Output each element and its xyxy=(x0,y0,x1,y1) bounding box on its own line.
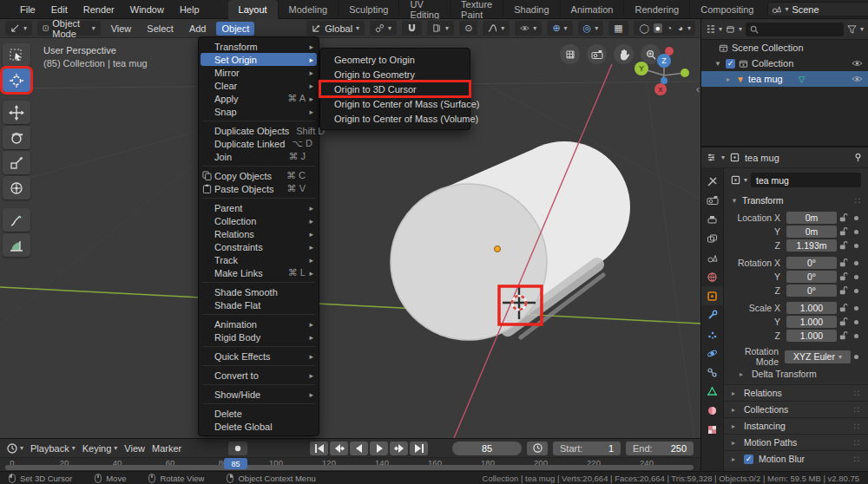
tab-layout[interactable]: Layout xyxy=(228,0,278,19)
snap-target-button[interactable]: ▾ xyxy=(427,21,454,36)
menu-item-convert-to[interactable]: Convert to▸ xyxy=(199,369,319,382)
menu-item-duplicate-objects[interactable]: Duplicate ObjectsShift D xyxy=(199,124,319,137)
menu-item-mirror[interactable]: Mirror▸ xyxy=(199,66,319,79)
shading-rendered-icon[interactable]: ◕ xyxy=(676,23,685,33)
next-keyframe-button[interactable] xyxy=(390,441,408,455)
tab-constraints[interactable] xyxy=(701,363,723,382)
submenu-item-geometry-to-origin[interactable]: Geometry to Origin xyxy=(320,52,470,67)
snap-toggle[interactable] xyxy=(402,21,422,36)
delta-transform-panel[interactable]: ▸Delta Transform xyxy=(731,369,861,379)
menu-item-set-origin[interactable]: Set Origin▸ xyxy=(201,53,317,66)
location-x-field[interactable]: 0m xyxy=(786,212,837,224)
tab-modeling[interactable]: Modeling xyxy=(278,0,339,19)
expand-arrow-icon[interactable]: ▼ xyxy=(713,60,722,68)
menu-item-animation[interactable]: Animation▸ xyxy=(199,317,319,330)
camera-view-button[interactable] xyxy=(587,44,607,64)
tool-select-box[interactable] xyxy=(3,43,30,67)
rotation-z-field[interactable]: 0° xyxy=(786,285,837,297)
pin-icon[interactable] xyxy=(853,153,863,162)
lock-icon[interactable] xyxy=(837,241,851,250)
lock-icon[interactable] xyxy=(837,272,851,281)
pivot-point-button[interactable]: ▾ xyxy=(370,21,397,36)
menu-marker[interactable]: Marker xyxy=(152,443,181,454)
menu-item-copy-objects[interactable]: Copy Objects⌘ C xyxy=(199,169,319,182)
menu-item-shade-flat[interactable]: Shade Flat xyxy=(199,298,319,311)
jump-to-start-button[interactable] xyxy=(310,441,328,455)
menu-item-delete[interactable]: Delete xyxy=(199,407,319,420)
timeline-scrollbar[interactable] xyxy=(5,465,694,470)
rotation-mode-dropdown[interactable]: XYZ Euler▾ xyxy=(785,350,851,363)
menu-item-clear[interactable]: Clear▸ xyxy=(199,79,319,92)
mode-selector[interactable]: Object Mode ▾ xyxy=(37,21,101,36)
prev-keyframe-button[interactable] xyxy=(330,441,348,455)
lock-icon[interactable] xyxy=(837,258,851,267)
preview-range-button[interactable] xyxy=(527,441,548,455)
menu-item-apply[interactable]: Apply⌘ A▸ xyxy=(199,92,319,105)
lock-icon[interactable] xyxy=(837,213,851,222)
tab-particles[interactable] xyxy=(701,324,723,343)
perspective-toggle-button[interactable] xyxy=(560,44,580,64)
menu-add[interactable]: Add xyxy=(184,22,212,36)
frame-end-field[interactable]: End:250 xyxy=(626,441,694,455)
menu-edit[interactable]: Edit xyxy=(45,3,74,16)
menu-item-delete-global[interactable]: Delete Global xyxy=(199,420,319,433)
outliner-row-scene-collection[interactable]: Scene Collection xyxy=(701,40,868,56)
location-y-field[interactable]: 0m xyxy=(786,226,837,238)
motion-paths-panel[interactable]: ▸Motion Paths∷ xyxy=(724,434,868,450)
animate-dot[interactable] xyxy=(854,230,858,234)
navigation-gizmo[interactable]: Z Y X xyxy=(625,40,699,140)
frame-start-field[interactable]: Start:1 xyxy=(553,441,621,455)
tab-compositing[interactable]: Compositing xyxy=(689,0,764,19)
animate-dot[interactable] xyxy=(854,275,858,279)
tab-world[interactable] xyxy=(701,267,723,286)
menu-view-timeline[interactable]: View xyxy=(124,443,145,454)
location-z-field[interactable]: 1.193m xyxy=(786,239,837,252)
menu-file[interactable]: File xyxy=(14,3,42,16)
transform-orientation[interactable]: Global ▾ xyxy=(306,21,365,36)
outliner-display-mode-icon[interactable] xyxy=(706,24,715,34)
animate-dot[interactable] xyxy=(854,261,858,265)
menu-item-join[interactable]: Join⌘ J xyxy=(199,150,319,163)
instancing-panel[interactable]: ▸Instancing∷ xyxy=(724,417,868,434)
play-button[interactable] xyxy=(370,441,388,455)
shading-solid-icon[interactable]: ● xyxy=(654,23,662,33)
object-visibility-button[interactable]: ▾ xyxy=(515,21,542,36)
menu-view[interactable]: View xyxy=(106,22,137,36)
editor-type-button[interactable]: ▾ xyxy=(5,21,32,36)
submenu-item-origin-to-com-surface[interactable]: Origin to Center of Mass (Surface) xyxy=(320,96,470,111)
menu-item-quick-effects[interactable]: Quick Effects▸ xyxy=(199,350,319,363)
menu-window[interactable]: Window xyxy=(124,3,170,16)
shading-wireframe-icon[interactable]: ◯ xyxy=(638,23,651,33)
expand-arrow-icon[interactable]: ▸ xyxy=(724,75,733,83)
gizmos-toggle[interactable]: ⊕ ▾ xyxy=(547,21,572,36)
playhead[interactable]: 85 xyxy=(224,458,247,469)
transform-panel-header[interactable]: ▼ Transform ∷ xyxy=(731,195,861,206)
tab-rendering[interactable]: Rendering xyxy=(623,0,689,19)
tool-measure[interactable] xyxy=(3,233,30,257)
tab-sculpting[interactable]: Sculpting xyxy=(338,0,398,19)
scene-selector[interactable]: ▾ Scene ✕ xyxy=(767,2,868,16)
tab-scene[interactable] xyxy=(701,248,723,267)
menu-item-collection[interactable]: Collection▸ xyxy=(199,214,319,227)
tab-render[interactable] xyxy=(701,191,723,210)
outliner-row-tea-mug[interactable]: ▸ ▼ tea mug ▽ xyxy=(701,71,868,87)
tab-output[interactable] xyxy=(701,210,723,229)
timeline-ruler[interactable]: 0 20 40 60 80 100 120 140 160 180 200 22… xyxy=(0,458,700,471)
collection-checkbox[interactable]: ✓ xyxy=(726,59,735,69)
rotation-x-field[interactable]: 0° xyxy=(786,257,837,269)
scale-y-field[interactable]: 1.000 xyxy=(786,316,837,328)
motion-blur-panel[interactable]: ▸✓Motion Blur∷ xyxy=(724,450,868,467)
xray-toggle[interactable]: ▦ xyxy=(608,21,628,36)
menu-item-relations[interactable]: Relations▸ xyxy=(199,227,319,240)
menu-item-make-links[interactable]: Make Links⌘ L▸ xyxy=(199,266,319,279)
scale-z-field[interactable]: 1.000 xyxy=(786,330,837,342)
proportional-falloff-button[interactable]: ▾ xyxy=(483,21,510,36)
tab-physics[interactable] xyxy=(701,343,723,363)
lock-icon[interactable] xyxy=(837,227,851,236)
menu-keying[interactable]: Keying▾ xyxy=(82,443,118,454)
tab-shading[interactable]: Shading xyxy=(503,0,559,19)
menu-item-parent[interactable]: Parent▸ xyxy=(199,201,319,214)
submenu-item-origin-to-com-volume[interactable]: Origin to Center of Mass (Volume) xyxy=(320,111,470,126)
menu-help[interactable]: Help xyxy=(174,3,206,16)
tool-rotate[interactable] xyxy=(3,126,30,149)
